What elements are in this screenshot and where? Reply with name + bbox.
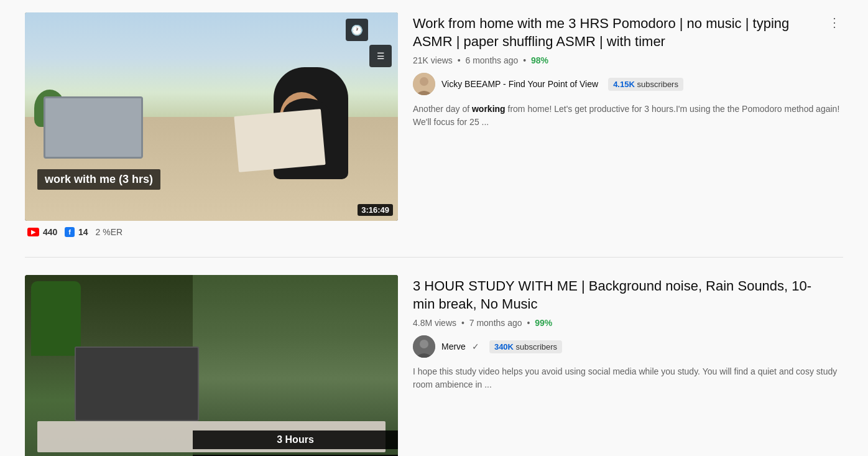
duration-badge-1: 3:16:49 bbox=[358, 204, 393, 216]
dot-3: • bbox=[461, 318, 464, 328]
video-rating-2: 99% bbox=[535, 318, 552, 328]
video-meta-2: 4.8M views • 7 months ago • 99% bbox=[413, 318, 843, 328]
video-main-row-2: 3 Hours STUDY WITH ME 2:52:27 3 HOUR STU… bbox=[25, 275, 843, 456]
more-options-button-1[interactable]: ⋮ bbox=[826, 12, 843, 32]
svg-point-3 bbox=[420, 340, 428, 348]
channel-row-2: Merve ✓ 340K subscribers bbox=[413, 335, 843, 358]
thumbnail-overlay-text-1: work with me (3 hrs) bbox=[37, 169, 160, 190]
video-age-2: 7 months ago bbox=[469, 318, 522, 328]
divider-1 bbox=[25, 257, 843, 258]
view-count-2: 4.8M views bbox=[413, 318, 456, 328]
view-count-1: 21K views bbox=[413, 55, 453, 65]
er-stat-1: 2 %ER bbox=[96, 227, 123, 237]
dot-4: • bbox=[527, 318, 530, 328]
channel-avatar-1[interactable] bbox=[413, 73, 435, 95]
subscriber-count-1: 4.15K bbox=[613, 80, 635, 89]
youtube-count-1: 440 bbox=[43, 227, 57, 237]
video-card-1: 🕐 ☰ work with me (3 hrs) 3:16:49 ⋮ Work … bbox=[25, 12, 843, 237]
facebook-icon-1: f bbox=[65, 227, 75, 237]
thumbnail-1[interactable]: 🕐 ☰ work with me (3 hrs) 3:16:49 bbox=[25, 12, 398, 221]
video-main-row-1: 🕐 ☰ work with me (3 hrs) 3:16:49 ⋮ Work … bbox=[25, 12, 843, 221]
video-info-2: 3 HOUR STUDY WITH ME | Background noise,… bbox=[413, 275, 843, 391]
youtube-stat-1: 440 bbox=[27, 227, 57, 237]
video-age-1: 6 months ago bbox=[466, 55, 519, 65]
thumbnail-book-1 bbox=[234, 109, 325, 172]
channel-row-1: Vicky BEEAMP - Find Your Point of View 4… bbox=[413, 73, 843, 95]
facebook-count-1: 14 bbox=[78, 227, 88, 237]
video-title-2[interactable]: 3 HOUR STUDY WITH ME | Background noise,… bbox=[413, 277, 843, 313]
verified-icon-2: ✓ bbox=[472, 342, 479, 351]
bold-word-1: working bbox=[472, 104, 506, 114]
svg-point-1 bbox=[420, 77, 428, 86]
thumbnail-2[interactable]: 3 Hours STUDY WITH ME 2:52:27 bbox=[25, 275, 398, 456]
subscriber-count-2: 340K bbox=[494, 342, 514, 351]
video-info-1: ⋮ Work from home with me 3 HRS Pomodoro … bbox=[413, 12, 843, 129]
video-title-1[interactable]: Work from home with me 3 HRS Pomodoro | … bbox=[413, 15, 843, 50]
thumbnail-plant-2 bbox=[31, 281, 81, 356]
queue-icon[interactable]: ☰ bbox=[369, 45, 392, 67]
video-description-2: I hope this study video helps you avoid … bbox=[413, 365, 843, 391]
thumbnail-laptop-1 bbox=[44, 96, 143, 159]
channel-name-1[interactable]: Vicky BEEAMP - Find Your Point of View bbox=[441, 79, 598, 89]
subscriber-label-1: subscribers bbox=[637, 80, 678, 89]
channel-name-2[interactable]: Merve bbox=[441, 342, 466, 351]
channel-avatar-2[interactable] bbox=[413, 335, 435, 358]
watch-later-icon[interactable]: 🕐 bbox=[346, 19, 368, 41]
page-container: 🕐 ☰ work with me (3 hrs) 3:16:49 ⋮ Work … bbox=[0, 0, 868, 456]
youtube-icon-1 bbox=[27, 228, 39, 236]
video-meta-1: 21K views • 6 months ago • 98% bbox=[413, 55, 843, 65]
thumbnail-laptop-2 bbox=[75, 347, 199, 421]
subscriber-badge-2: 340K subscribers bbox=[489, 340, 562, 353]
dot-1: • bbox=[458, 55, 461, 65]
subscriber-badge-1: 4.15K subscribers bbox=[608, 78, 683, 91]
stats-row-1: 440 f 14 2 %ER bbox=[25, 227, 843, 237]
thumbnail-overlay-line1-2: 3 Hours bbox=[193, 430, 398, 449]
video-rating-1: 98% bbox=[531, 55, 548, 65]
facebook-stat-1: f 14 bbox=[65, 227, 88, 237]
video-card-2: 3 Hours STUDY WITH ME 2:52:27 3 HOUR STU… bbox=[25, 275, 843, 456]
video-description-1: Another day of working from home! Let's … bbox=[413, 103, 843, 129]
subscriber-label-2: subscribers bbox=[516, 342, 557, 351]
dot-2: • bbox=[523, 55, 526, 65]
